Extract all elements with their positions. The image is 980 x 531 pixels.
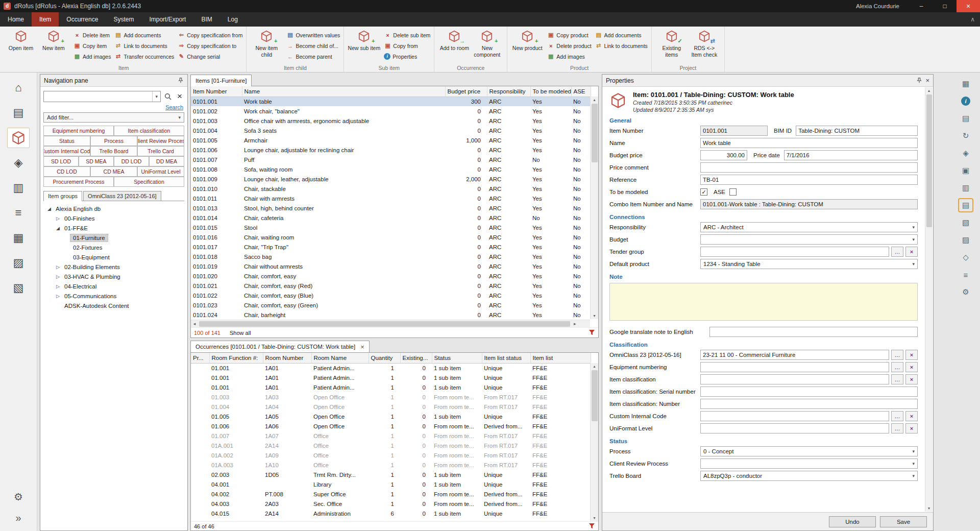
occurrence-row[interactable]: 01A.003 1A10 Office 1 0 From room te... … <box>191 460 591 470</box>
col-item-list-status[interactable]: Item list status <box>482 353 530 363</box>
properties-grid-icon[interactable]: ▦ <box>958 77 973 91</box>
new-item-button[interactable]: + New item <box>37 28 70 52</box>
copy-specification-to-button[interactable]: ⇒Copy specification to <box>178 42 242 50</box>
occurrence-row[interactable]: 01.001 1A01 Patient Admin... 1 0 1 sub i… <box>191 363 591 373</box>
process-dropdown[interactable]: 0 - Concept▾ <box>700 446 918 456</box>
filter-chip[interactable]: SD LOD <box>43 156 79 166</box>
item-row[interactable]: 0101.005 Armchair 1,000 ARC Yes No <box>191 135 591 145</box>
overwritten-values-button[interactable]: ▤Overwritten values <box>286 31 340 39</box>
filter-chip[interactable]: Specification <box>114 177 184 187</box>
filter-icon[interactable] <box>589 523 595 529</box>
scroll-down-icon[interactable]: ▾ <box>925 505 933 512</box>
tree-expander-icon[interactable]: ◢ <box>54 226 62 231</box>
menu-tab[interactable]: Item <box>32 12 59 27</box>
item-classification-serial-input[interactable] <box>700 387 918 397</box>
occurrence-row[interactable]: 01.007 1A07 Office 1 0 From room te... F… <box>191 431 591 441</box>
info-icon[interactable]: i <box>958 94 973 108</box>
item-row[interactable]: 0101.017 Chair, "Trip Trap" 0 ARC Yes No <box>191 242 591 252</box>
scroll-down-icon[interactable]: ▾ <box>591 515 598 521</box>
chevron-down-icon[interactable]: ▾ <box>152 91 160 102</box>
components-tab-icon[interactable]: ≡ <box>958 268 973 282</box>
google-translate-input[interactable] <box>709 327 918 337</box>
menu-tab[interactable]: BIM <box>193 12 219 27</box>
tender-group-browse-button[interactable]: … <box>891 247 903 257</box>
menu-tab[interactable]: System <box>106 12 141 27</box>
existing-items-button[interactable]: ✓ Existing items <box>655 28 688 58</box>
col-item-number[interactable]: Item Number <box>191 86 242 96</box>
sub-item-properties-button[interactable]: iProperties <box>384 53 430 60</box>
filter-chip[interactable]: SD MEA <box>79 156 114 166</box>
col-room-number[interactable]: Room Number <box>263 353 311 363</box>
tree-item[interactable]: 02-Fixtures <box>43 243 184 252</box>
tree-expander-icon[interactable]: ▷ <box>54 294 62 299</box>
add-documents-button[interactable]: ▤Add documents <box>114 31 174 39</box>
items-icon[interactable]: ◆ <box>7 128 30 148</box>
systems-icon[interactable]: ▧ <box>7 278 30 298</box>
tree-item[interactable]: ◢ Alexia English db <box>43 204 184 213</box>
uniformat-browse-button[interactable]: … <box>891 423 903 433</box>
occurrence-row[interactable]: 04.002 PT.008 Super Office 1 0 From room… <box>191 489 591 499</box>
settings-icon[interactable]: ⚙ <box>14 491 23 503</box>
custom-internal-code-input[interactable] <box>700 411 889 421</box>
col-status[interactable]: Status <box>432 353 482 363</box>
scroll-left-icon[interactable]: ◂ <box>191 321 198 327</box>
close-panel-icon[interactable]: × <box>925 77 929 84</box>
documents-tab-icon[interactable]: ▤ <box>958 198 973 212</box>
add-to-room-button[interactable]: → Add to room <box>438 28 471 52</box>
new-sub-item-button[interactable]: + New sub item <box>348 28 380 52</box>
occurrence-row[interactable]: 04.001 Library 1 0 1 sub item Unique FF&… <box>191 479 591 489</box>
col-quantity[interactable]: Quantity <box>369 353 400 363</box>
finance-icon[interactable]: ≡ <box>7 203 30 223</box>
filter-chip[interactable]: UniFormat Level <box>137 166 184 177</box>
item-row[interactable]: 0101.002 Work chair, "balance" 0 ARC Yes… <box>191 106 591 116</box>
history-tab-icon[interactable]: ⚙ <box>958 285 973 299</box>
budget-price-input[interactable] <box>700 150 747 160</box>
tree-item[interactable]: 03-Equipment <box>43 252 184 262</box>
default-product-dropdown[interactable]: 1234 - Standing Table▾ <box>700 259 918 269</box>
bim-id-input[interactable] <box>796 126 918 136</box>
col-to-be-modeled[interactable]: To be modeled <box>530 86 571 96</box>
filter-chip[interactable]: CD LOD <box>43 166 90 177</box>
tab-item-groups[interactable]: Item groups <box>43 191 82 201</box>
occurrence-row[interactable]: 01.003 1A03 Open Office 1 0 From room te… <box>191 392 591 402</box>
equipment-numbering-input[interactable] <box>700 362 889 372</box>
item-classification-input[interactable] <box>700 374 889 384</box>
scroll-up-icon[interactable]: ▴ <box>591 96 598 103</box>
occurrence-row[interactable]: 04.015 2A14 Administration 6 0 1 sub ite… <box>191 509 591 518</box>
filter-chip[interactable]: Trello Board <box>90 146 137 156</box>
expand-rail-icon[interactable]: » <box>15 512 21 524</box>
properties-scrollbar[interactable]: ▴ ▾ <box>925 87 933 512</box>
scroll-up-icon[interactable]: ▴ <box>591 363 598 370</box>
filter-icon[interactable] <box>589 329 595 336</box>
scrollbar-thumb[interactable] <box>926 94 932 227</box>
item-row[interactable]: 0101.016 Chair, waiting room 0 ARC Yes N… <box>191 232 591 242</box>
item-row[interactable]: 0101.011 Chair with armrests 0 ARC Yes N… <box>191 194 591 203</box>
item-row[interactable]: 0101.009 Lounge chair, leather, adjustab… <box>191 174 591 184</box>
add-product-documents-button[interactable]: ▤Add documents <box>595 31 648 39</box>
close-tab-icon[interactable]: × <box>360 343 364 351</box>
item-classification-browse-button[interactable]: … <box>891 374 903 384</box>
copy-item-button[interactable]: ▣Copy item <box>74 42 111 50</box>
tree-item[interactable]: ▷ 02-Building Elements <box>43 262 184 272</box>
price-comment-input[interactable] <box>700 162 918 173</box>
tree-item[interactable]: ▷ 04-Electrical <box>43 281 184 291</box>
reference-input[interactable] <box>700 175 918 185</box>
filter-chip[interactable]: Item classification <box>114 126 184 136</box>
col-item-list[interactable]: Item list <box>530 353 591 363</box>
show-all-link[interactable]: Show all <box>230 330 251 336</box>
tree-expander-icon[interactable]: ▷ <box>54 216 62 221</box>
room-function-icon[interactable]: ▤ <box>7 103 30 123</box>
filter-chip[interactable]: DD MEA <box>149 156 184 166</box>
scrollbar-thumb[interactable] <box>592 370 598 421</box>
filter-chip[interactable]: Client Review Process <box>137 136 184 146</box>
item-row[interactable]: 0101.022 Chair, comfort, easy (Blue) 0 A… <box>191 291 591 300</box>
item-row[interactable]: 0101.020 Chair, comfort, easy 0 ARC Yes … <box>191 271 591 281</box>
ase-checkbox[interactable] <box>729 188 737 196</box>
occurrence-row[interactable]: 01A.001 2A14 Office 1 0 From room te... … <box>191 441 591 450</box>
col-room-function[interactable]: Room Function #: <box>209 353 263 363</box>
filter-chip[interactable]: CD MEA <box>90 166 137 177</box>
budget-dropdown[interactable]: ▾ <box>700 234 918 245</box>
custom-internal-code-clear-button[interactable]: × <box>905 411 918 421</box>
tree-expander-icon[interactable]: ▷ <box>54 274 62 279</box>
item-row[interactable]: 0101.021 Chair, comfort, easy (Red) 0 AR… <box>191 281 591 291</box>
